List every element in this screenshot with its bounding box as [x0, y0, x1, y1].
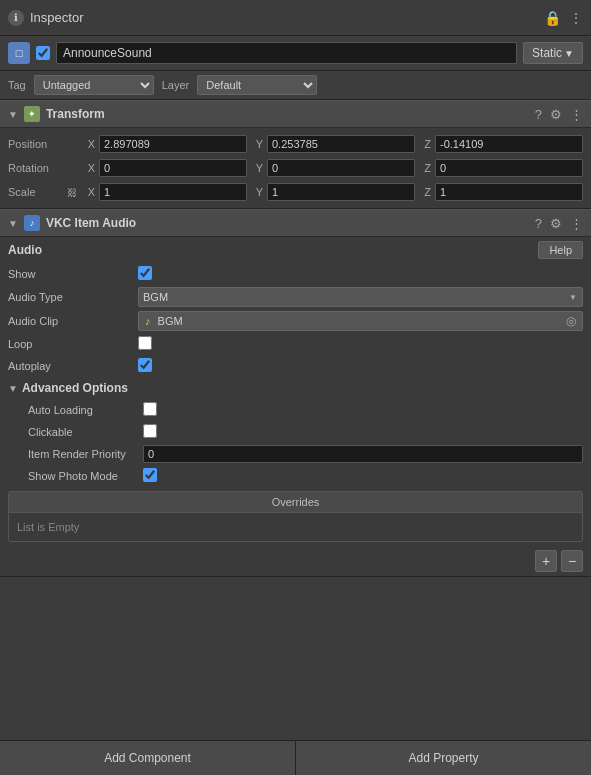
auto-loading-label: Auto Loading [28, 404, 143, 416]
position-z-input[interactable] [435, 135, 583, 153]
gameobject-row: □ Static ▼ [0, 36, 591, 71]
audio-body: Audio Help Show Audio Type BGM SE Voice … [0, 237, 591, 577]
autoplay-field [138, 358, 583, 375]
audio-label: Audio [8, 243, 42, 257]
show-photo-label: Show Photo Mode [28, 470, 143, 482]
scale-fields: ⛓ X Y Z [67, 183, 583, 201]
overrides-actions: + − [0, 546, 591, 576]
position-x-input[interactable] [99, 135, 247, 153]
scale-label: Scale [8, 186, 67, 198]
audio-clip-label: Audio Clip [8, 315, 138, 327]
position-fields: X Y Z [83, 135, 583, 153]
item-render-row: Item Render Priority [0, 443, 591, 465]
show-photo-row: Show Photo Mode [0, 465, 591, 487]
vkc-audio-section-header: ▼ ♪ VKC Item Audio ? ⚙ ⋮ [0, 209, 591, 237]
audio-clip-text: ♪ BGM [145, 315, 183, 327]
transform-help-icon[interactable]: ? [535, 107, 542, 122]
tag-layer-row: Tag Untagged Layer Default [0, 71, 591, 100]
vkc-menu-icon[interactable]: ⋮ [570, 216, 583, 231]
tab-left: ℹ Inspector [8, 10, 83, 26]
gameobject-cube-icon: □ [8, 42, 30, 64]
show-field [138, 266, 583, 283]
inspector-tab-icon: ℹ [8, 10, 24, 26]
auto-loading-row: Auto Loading [0, 399, 591, 421]
vkc-audio-title: VKC Item Audio [46, 216, 529, 230]
autoplay-label: Autoplay [8, 360, 138, 372]
inspector-tab-title: Inspector [30, 10, 83, 25]
autoplay-row: Autoplay [0, 355, 591, 377]
show-photo-checkbox[interactable] [143, 468, 157, 482]
vkc-audio-icon: ♪ [24, 215, 40, 231]
auto-loading-field [143, 402, 583, 419]
vkc-collapse-arrow[interactable]: ▼ [8, 218, 18, 229]
clickable-checkbox[interactable] [143, 424, 157, 438]
vkc-audio-controls: ? ⚙ ⋮ [535, 216, 583, 231]
overrides-section: Overrides List is Empty [8, 491, 583, 542]
pos-z-axis: Z [419, 138, 431, 150]
audio-clip-target-icon[interactable]: ◎ [566, 314, 576, 328]
static-button[interactable]: Static ▼ [523, 42, 583, 64]
rotation-x-input[interactable] [99, 159, 247, 177]
scale-link-icon: ⛓ [67, 187, 77, 198]
transform-settings-icon[interactable]: ⚙ [550, 107, 562, 122]
remove-override-button[interactable]: − [561, 550, 583, 572]
scale-z-axis: Z [419, 186, 431, 198]
clickable-row: Clickable [0, 421, 591, 443]
item-render-input[interactable] [143, 445, 583, 463]
audio-type-row: Audio Type BGM SE Voice [0, 285, 591, 309]
rotation-y-input[interactable] [267, 159, 415, 177]
position-y-input[interactable] [267, 135, 415, 153]
show-checkbox[interactable] [138, 266, 152, 280]
transform-title: Transform [46, 107, 529, 121]
advanced-collapse-arrow: ▼ [8, 383, 18, 394]
scale-y-input[interactable] [267, 183, 415, 201]
layer-select[interactable]: Default [197, 75, 317, 95]
autoplay-checkbox[interactable] [138, 358, 152, 372]
transform-collapse-arrow[interactable]: ▼ [8, 109, 18, 120]
loop-checkbox[interactable] [138, 336, 152, 350]
rotation-z-input[interactable] [435, 159, 583, 177]
add-property-button[interactable]: Add Property [296, 741, 591, 775]
overrides-header: Overrides [9, 492, 582, 513]
scale-row: Scale ⛓ X Y Z [0, 180, 591, 204]
overrides-empty: List is Empty [9, 513, 582, 541]
gameobject-active-checkbox[interactable] [36, 46, 50, 60]
menu-icon[interactable]: ⋮ [569, 10, 583, 26]
static-dropdown-arrow: ▼ [564, 48, 574, 59]
scale-z-input[interactable] [435, 183, 583, 201]
transform-body: Position X Y Z Rotation X Y Z Scale ⛓ X … [0, 128, 591, 209]
transform-menu-icon[interactable]: ⋮ [570, 107, 583, 122]
rotation-fields: X Y Z [83, 159, 583, 177]
add-override-button[interactable]: + [535, 550, 557, 572]
layer-label: Layer [162, 79, 190, 91]
auto-loading-checkbox[interactable] [143, 402, 157, 416]
help-button[interactable]: Help [538, 241, 583, 259]
scale-y-axis: Y [251, 186, 263, 198]
audio-type-select[interactable]: BGM SE Voice [138, 287, 583, 307]
loop-row: Loop [0, 333, 591, 355]
rot-z-axis: Z [419, 162, 431, 174]
show-row: Show [0, 263, 591, 285]
lock-icon[interactable]: 🔒 [544, 10, 561, 26]
audio-clip-field[interactable]: ♪ BGM ◎ [138, 311, 583, 331]
footer: Add Component Add Property [0, 740, 591, 775]
vkc-help-icon[interactable]: ? [535, 216, 542, 231]
add-component-button[interactable]: Add Component [0, 741, 296, 775]
show-label: Show [8, 268, 138, 280]
tag-select[interactable]: Untagged [34, 75, 154, 95]
pos-x-axis: X [83, 138, 95, 150]
item-render-field [143, 445, 583, 463]
vkc-settings-icon[interactable]: ⚙ [550, 216, 562, 231]
scale-x-input[interactable] [99, 183, 247, 201]
advanced-options-header[interactable]: ▼ Advanced Options [0, 377, 591, 399]
rotation-row: Rotation X Y Z [0, 156, 591, 180]
advanced-options-label: Advanced Options [22, 381, 128, 395]
audio-header-row: Audio Help [0, 237, 591, 263]
position-row: Position X Y Z [0, 132, 591, 156]
tag-label: Tag [8, 79, 26, 91]
inspector-tab: ℹ Inspector 🔒 ⋮ [0, 0, 591, 36]
gameobject-name-input[interactable] [56, 42, 517, 64]
audio-type-dropdown-wrapper: BGM SE Voice [138, 287, 583, 307]
item-render-label: Item Render Priority [28, 448, 143, 460]
clickable-label: Clickable [28, 426, 143, 438]
